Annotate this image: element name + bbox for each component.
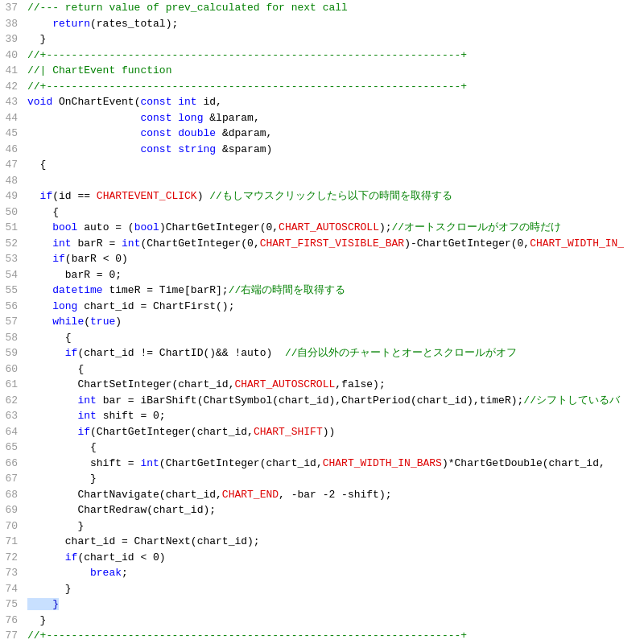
code-line: 59 if(chart_id != ChartID()&& !auto) //自… bbox=[0, 345, 644, 361]
line-number: 50 bbox=[0, 204, 24, 221]
line-content: { bbox=[24, 440, 644, 456]
code-line: 46 const string &sparam) bbox=[0, 142, 644, 158]
line-content: barR = 0; bbox=[24, 267, 644, 283]
line-number: 39 bbox=[0, 31, 24, 47]
line-number: 69 bbox=[0, 502, 24, 518]
code-line: 58 { bbox=[0, 330, 644, 346]
line-content: if(id == CHARTEVENT_CLICK) //もしマウスクリックした… bbox=[24, 188, 644, 204]
line-number: 77 bbox=[0, 628, 24, 644]
line-number: 76 bbox=[0, 613, 24, 629]
code-line: 77//+-----------------------------------… bbox=[0, 628, 644, 644]
line-content: while(true) bbox=[24, 314, 644, 330]
code-line: 47 { bbox=[0, 157, 644, 173]
line-number: 40 bbox=[0, 47, 24, 64]
code-line: 50 { bbox=[0, 204, 644, 221]
code-line: 54 barR = 0; bbox=[0, 267, 644, 283]
code-line: 66 shift = int(ChartGetInteger(chart_id,… bbox=[0, 456, 644, 472]
code-line: 73 break; bbox=[0, 565, 644, 581]
line-content: { bbox=[24, 204, 644, 221]
code-line: 76 } bbox=[0, 613, 644, 629]
line-number: 67 bbox=[0, 471, 24, 487]
line-number: 49 bbox=[0, 188, 24, 204]
line-content: } bbox=[24, 581, 644, 597]
code-editor: 37//--- return value of prev_calculated … bbox=[0, 0, 644, 644]
code-line: 42//+-----------------------------------… bbox=[0, 79, 644, 95]
code-line: 52 int barR = int(ChartGetInteger(0,CHAR… bbox=[0, 236, 644, 252]
line-number: 57 bbox=[0, 314, 24, 330]
line-content: } bbox=[24, 597, 644, 613]
code-line: 55 datetime timeR = Time[barR];//右端の時間を取… bbox=[0, 283, 644, 299]
code-line: 56 long chart_id = ChartFirst(); bbox=[0, 299, 644, 315]
code-line: 37//--- return value of prev_calculated … bbox=[0, 0, 644, 16]
line-content: //+-------------------------------------… bbox=[24, 47, 644, 64]
code-line: 70 } bbox=[0, 518, 644, 535]
line-number: 73 bbox=[0, 565, 24, 581]
line-number: 48 bbox=[0, 173, 24, 189]
line-content: if(ChartGetInteger(chart_id,CHART_SHIFT)… bbox=[24, 424, 644, 440]
code-line: 69 ChartRedraw(chart_id); bbox=[0, 502, 644, 518]
code-line: 39 } bbox=[0, 31, 644, 47]
line-number: 64 bbox=[0, 424, 24, 440]
line-content: //+-------------------------------------… bbox=[24, 628, 644, 644]
line-content: } bbox=[24, 613, 644, 629]
line-number: 52 bbox=[0, 236, 24, 252]
line-number: 75 bbox=[0, 597, 24, 613]
line-content: //| ChartEvent function bbox=[24, 63, 644, 79]
line-content: if(chart_id != ChartID()&& !auto) //自分以外… bbox=[24, 345, 644, 361]
line-content: ChartNavigate(chart_id,CHART_END, -bar -… bbox=[24, 487, 644, 503]
code-line: 40//+-----------------------------------… bbox=[0, 47, 644, 64]
line-number: 37 bbox=[0, 0, 24, 16]
code-line: 49 if(id == CHARTEVENT_CLICK) //もしマウスクリッ… bbox=[0, 188, 644, 204]
line-content: void OnChartEvent(const int id, bbox=[24, 94, 644, 110]
code-line: 71 chart_id = ChartNext(chart_id); bbox=[0, 534, 644, 550]
line-number: 58 bbox=[0, 330, 24, 346]
line-content: ChartRedraw(chart_id); bbox=[24, 502, 644, 518]
line-content: int bar = iBarShift(ChartSymbol(chart_id… bbox=[24, 393, 644, 409]
line-number: 63 bbox=[0, 408, 24, 424]
line-number: 61 bbox=[0, 377, 24, 393]
line-number: 71 bbox=[0, 534, 24, 550]
line-content: long chart_id = ChartFirst(); bbox=[24, 299, 644, 315]
line-number: 51 bbox=[0, 220, 24, 236]
line-number: 46 bbox=[0, 142, 24, 158]
line-content: { bbox=[24, 361, 644, 378]
line-content: ChartSetInteger(chart_id,CHART_AUTOSCROL… bbox=[24, 377, 644, 393]
code-line: 43void OnChartEvent(const int id, bbox=[0, 94, 644, 110]
line-number: 70 bbox=[0, 518, 24, 535]
line-content: { bbox=[24, 157, 644, 173]
line-number: 68 bbox=[0, 487, 24, 503]
line-number: 41 bbox=[0, 63, 24, 79]
code-line: 38 return(rates_total); bbox=[0, 16, 644, 32]
line-content: chart_id = ChartNext(chart_id); bbox=[24, 534, 644, 550]
line-number: 44 bbox=[0, 110, 24, 126]
line-content: } bbox=[24, 31, 644, 47]
code-line: 57 while(true) bbox=[0, 314, 644, 330]
line-number: 74 bbox=[0, 581, 24, 597]
code-line: 44 const long &lparam, bbox=[0, 110, 644, 126]
line-number: 43 bbox=[0, 94, 24, 110]
line-content: if(barR < 0) bbox=[24, 251, 644, 267]
line-number: 47 bbox=[0, 157, 24, 173]
line-number: 55 bbox=[0, 283, 24, 299]
code-line: 45 const double &dparam, bbox=[0, 126, 644, 142]
code-line: 65 { bbox=[0, 440, 644, 456]
code-line: 61 ChartSetInteger(chart_id,CHART_AUTOSC… bbox=[0, 377, 644, 393]
line-content: //+-------------------------------------… bbox=[24, 79, 644, 95]
line-number: 65 bbox=[0, 440, 24, 456]
line-number: 45 bbox=[0, 126, 24, 142]
line-content: break; bbox=[24, 565, 644, 581]
line-number: 53 bbox=[0, 251, 24, 267]
line-content: } bbox=[24, 518, 644, 535]
line-number: 72 bbox=[0, 550, 24, 566]
line-content: } bbox=[24, 471, 644, 487]
line-content: datetime timeR = Time[barR];//右端の時間を取得する bbox=[24, 283, 644, 299]
code-line: 41//| ChartEvent function bbox=[0, 63, 644, 79]
code-line: 64 if(ChartGetInteger(chart_id,CHART_SHI… bbox=[0, 424, 644, 440]
line-content bbox=[24, 173, 644, 189]
line-content: int barR = int(ChartGetInteger(0,CHART_F… bbox=[24, 236, 644, 252]
line-content: //--- return value of prev_calculated fo… bbox=[24, 0, 644, 16]
line-number: 42 bbox=[0, 79, 24, 95]
code-line: 60 { bbox=[0, 361, 644, 378]
code-line: 51 bool auto = (bool)ChartGetInteger(0,C… bbox=[0, 220, 644, 236]
line-content: return(rates_total); bbox=[24, 16, 644, 32]
